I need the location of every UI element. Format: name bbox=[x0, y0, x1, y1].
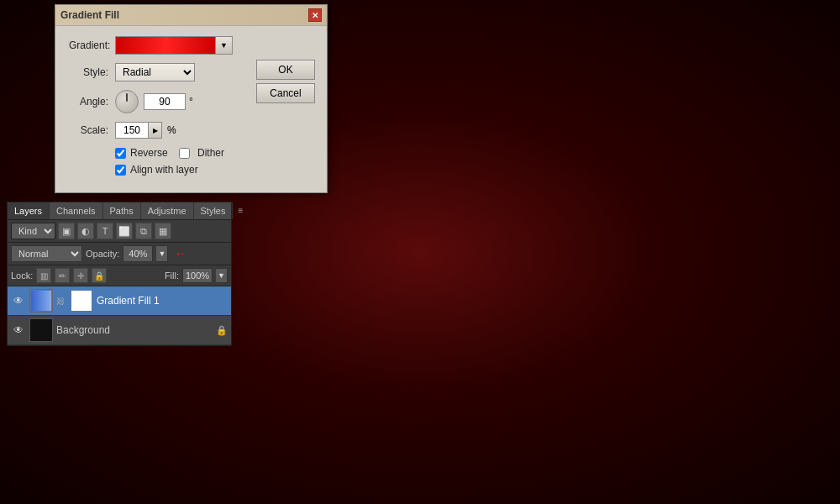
layer-thumbnail-gradient bbox=[29, 289, 53, 312]
angle-knob[interactable] bbox=[115, 90, 139, 113]
smart-filter-icon[interactable]: ⧉ bbox=[135, 223, 152, 239]
angle-label: Angle: bbox=[69, 96, 115, 108]
align-checkbox[interactable] bbox=[115, 165, 126, 176]
scale-row: Scale: ▶ % bbox=[69, 122, 313, 139]
align-label: Align with layer bbox=[130, 164, 198, 176]
opacity-label: Opacity: bbox=[86, 249, 119, 259]
style-label: Style: bbox=[69, 66, 115, 78]
scale-label: Scale: bbox=[69, 124, 115, 136]
layers-tabs: Layers Channels Paths Adjustme Styles ≡ bbox=[8, 202, 231, 220]
lock-label: Lock: bbox=[11, 270, 33, 281]
gradient-preview[interactable] bbox=[115, 36, 216, 55]
close-button[interactable]: ✕ bbox=[308, 8, 322, 22]
fill-dropdown[interactable]: ▼ bbox=[216, 268, 228, 283]
dialog-body: Gradient: ▼ Style: Radial Linear Angle R… bbox=[55, 26, 327, 192]
layer-visibility-gradient[interactable]: 👁 bbox=[11, 293, 26, 308]
opacity-dropdown[interactable]: ▼ bbox=[156, 245, 168, 262]
degree-symbol: ° bbox=[189, 96, 193, 108]
dialog-title: Gradient Fill bbox=[60, 9, 119, 21]
align-row: Align with layer bbox=[69, 164, 313, 176]
layer-thumbnail-background bbox=[29, 318, 53, 342]
layer-name-background: Background bbox=[56, 324, 213, 336]
lock-all-icon[interactable]: 🔒 bbox=[92, 268, 107, 283]
tab-adjustments[interactable]: Adjustme bbox=[141, 202, 194, 219]
fill-label: Fill: bbox=[165, 270, 179, 281]
layers-tab-more[interactable]: ≡ bbox=[233, 202, 248, 219]
dither-label: Dither bbox=[197, 147, 224, 159]
tab-channels[interactable]: Channels bbox=[50, 202, 102, 219]
layer-visibility-background[interactable]: 👁 bbox=[11, 323, 26, 338]
gradient-dropdown-btn[interactable]: ▼ bbox=[216, 36, 233, 55]
lock-row: Lock: ▥ ✏ ✛ 🔒 Fill: ▼ bbox=[8, 265, 231, 286]
layers-panel: Layers Channels Paths Adjustme Styles ≡ … bbox=[7, 202, 232, 346]
adjustment-filter-icon[interactable]: ◐ bbox=[77, 223, 94, 239]
layer-mask-gradient bbox=[70, 289, 93, 312]
layer-background[interactable]: 👁 Background 🔒 bbox=[8, 316, 231, 345]
layer-link-gradient: ⛓ bbox=[56, 289, 65, 312]
layer-name-gradient: Gradient Fill 1 bbox=[97, 295, 228, 307]
type-filter-icon[interactable]: T bbox=[97, 223, 113, 239]
tab-layers[interactable]: Layers bbox=[8, 202, 50, 219]
tab-paths[interactable]: Paths bbox=[103, 202, 141, 219]
gradient-fill-dialog: Gradient Fill ✕ Gradient: ▼ Style: Radia… bbox=[55, 4, 328, 193]
layers-toolbar: Kind ▣ ◐ T ⬜ ⧉ ▦ bbox=[8, 220, 231, 243]
layers-controls: Normal Dissolve Multiply Opacity: ▼ ← bbox=[8, 243, 231, 265]
layer-gradient-fill-1[interactable]: 👁 ⛓ Gradient Fill 1 bbox=[8, 286, 231, 316]
lock-image-icon[interactable]: ✏ bbox=[55, 268, 70, 283]
fill-input[interactable] bbox=[182, 268, 213, 283]
layer-lock-background: 🔒 bbox=[216, 324, 228, 336]
tab-styles[interactable]: Styles bbox=[194, 202, 234, 219]
lock-position-icon[interactable]: ✛ bbox=[73, 268, 88, 283]
dither-checkbox[interactable] bbox=[179, 148, 190, 159]
angle-input[interactable] bbox=[144, 93, 186, 110]
filter-toggle-icon[interactable]: ▦ bbox=[155, 223, 171, 239]
scale-input[interactable] bbox=[115, 122, 149, 139]
cancel-button[interactable]: Cancel bbox=[256, 83, 315, 103]
reverse-row: Reverse Dither bbox=[69, 147, 313, 159]
gradient-label: Gradient: bbox=[69, 39, 115, 51]
ok-button[interactable]: OK bbox=[256, 60, 315, 80]
style-select[interactable]: Radial Linear Angle Reflected Diamond bbox=[115, 63, 195, 81]
blend-mode-select[interactable]: Normal Dissolve Multiply bbox=[11, 245, 82, 262]
lock-transparent-icon[interactable]: ▥ bbox=[36, 268, 51, 283]
reverse-checkbox[interactable] bbox=[115, 148, 126, 159]
opacity-arrow-indicator: ← bbox=[171, 245, 190, 262]
opacity-input[interactable] bbox=[123, 245, 153, 262]
kind-select[interactable]: Kind bbox=[11, 223, 55, 239]
reverse-label: Reverse bbox=[130, 147, 168, 159]
pixel-filter-icon[interactable]: ▣ bbox=[58, 223, 75, 239]
scale-percent: % bbox=[167, 124, 176, 136]
dialog-titlebar: Gradient Fill ✕ bbox=[55, 5, 327, 26]
shape-filter-icon[interactable]: ⬜ bbox=[116, 223, 133, 239]
gradient-row: Gradient: ▼ bbox=[69, 36, 313, 55]
dialog-buttons: OK Cancel bbox=[256, 60, 315, 103]
scale-stepper[interactable]: ▶ bbox=[149, 122, 162, 139]
